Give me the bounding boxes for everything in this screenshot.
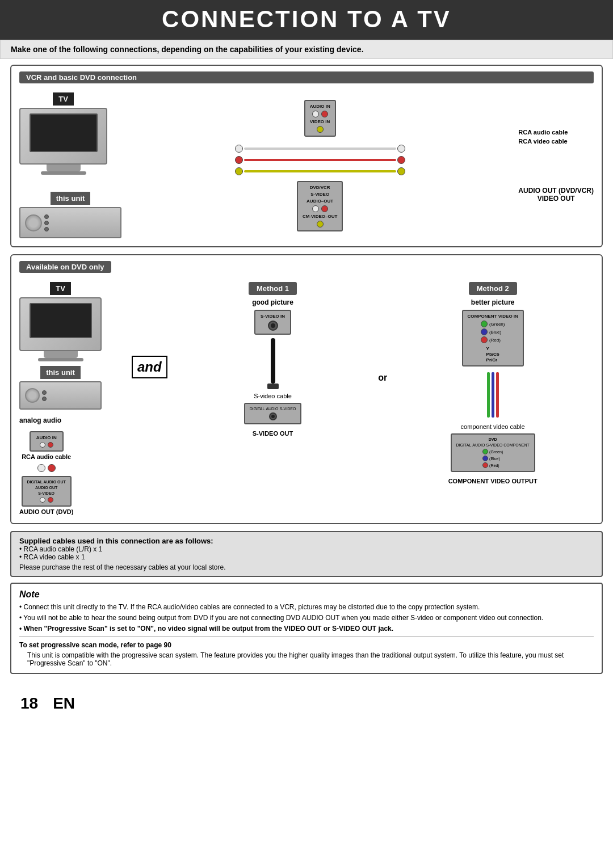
method1-col: Method 1 good picture S-VIDEO IN S- — [172, 282, 374, 437]
supplies-title: Supplied cables used in this connection … — [19, 537, 594, 545]
method-tv-stand — [44, 351, 78, 358]
dvdvcr-audio-ports — [312, 205, 328, 212]
supplies-note: Please purchase the rest of the necessar… — [19, 563, 594, 571]
comp-port-red-row: (Red) — [481, 336, 505, 343]
intro-text: Make one of the following connections, d… — [11, 45, 364, 54]
dvd-svideo-label-2: AUDIO — [266, 407, 278, 411]
vcr-right-labels: RCA audio cable RCA video cable AUDIO OU… — [518, 129, 594, 203]
method-unit-buttons — [42, 390, 47, 401]
dvd-comp-back: DVD DIGITAL AUDIO S-VIDEO COMPONENT (Gre… — [451, 433, 535, 472]
or-col: or — [373, 282, 392, 383]
cable-plug-yw-l — [235, 167, 243, 175]
svideo-cable-connector — [267, 384, 279, 389]
rca-rd-plug — [48, 464, 56, 472]
method-unit-disc — [25, 388, 40, 403]
cable-plug-yw-r — [397, 167, 405, 175]
intro-bar: Make one of the following connections, d… — [0, 40, 613, 59]
dvd-comp-green: (Green) — [489, 450, 503, 454]
dvd-comp-port-red-row: (Red) — [482, 462, 503, 468]
method-tv-ports — [40, 442, 53, 448]
cable-body-rd — [244, 159, 396, 161]
svideo-port-circle — [268, 321, 278, 331]
left-tv-col: TV this unit — [19, 282, 127, 515]
tv-back-area: AUDIO IN VIDEO IN — [304, 100, 336, 137]
cable-plug-wh-r — [397, 145, 405, 153]
svideo-cable-label: S-video cable — [254, 393, 292, 399]
cable-plug-rd-l — [235, 156, 243, 164]
page-header: CONNECTION TO A TV — [0, 0, 613, 40]
rca-video-label: RCA video cable — [518, 138, 568, 145]
dvd-comp-label-2: AUDIO — [472, 443, 485, 447]
supplies-item-2: RCA video cable x 1 — [19, 553, 594, 561]
tv-audio-ports — [312, 111, 328, 117]
method-unit-label: this unit — [40, 366, 81, 379]
unit-disc — [25, 214, 42, 231]
method-port-wh — [40, 442, 45, 448]
svideo-in-panel: S-VIDEO IN — [254, 310, 291, 335]
port-audio-r — [312, 111, 319, 117]
comp-cable-green — [487, 372, 490, 418]
component-in-label: COMPONENT VIDEO IN — [468, 314, 518, 319]
note-item-2: You will not be able to hear the sound b… — [19, 614, 594, 622]
comp-port-green-row: (Green) — [481, 321, 505, 327]
tv-device-shape — [19, 108, 107, 165]
note-item-1: Connect this unit directly to the TV. If… — [19, 603, 594, 611]
comp-cable-red — [496, 372, 499, 418]
dvd-svideo-back: DIGITAL AUDIO S-VIDEO — [244, 403, 302, 424]
dvd-comp-label-1: DIGITAL — [456, 443, 472, 447]
svideo-cable-body — [271, 338, 275, 384]
unit-label: this unit — [51, 192, 91, 205]
audio-out-label-area: AUDIO OUT (DVD/VCR) VIDEO OUT — [518, 187, 594, 203]
comp-port-red — [481, 336, 488, 343]
svideo-label: S-VIDEO — [310, 192, 329, 197]
or-label: or — [378, 373, 387, 383]
dvd-back-audio-label-3: S-VIDEO — [38, 491, 54, 495]
comp-cable-label: component video cable — [461, 423, 525, 430]
supplies-list: RCA audio cable (L/R) x 1 RCA video cabl… — [19, 545, 594, 561]
dvd-svideo-label-3: S-VIDEO — [280, 407, 296, 411]
note-list: Connect this unit directly to the TV. If… — [19, 603, 594, 633]
dvd-comp-port-red — [482, 462, 488, 468]
dvd-comp-port-blue-row: (Blue) — [482, 456, 503, 461]
dvd-comp-blue: (Blue) — [489, 457, 500, 461]
cable-plug-wh-l — [235, 145, 243, 153]
dvd-comp-port-green-row: (Green) — [482, 449, 503, 454]
rca-cable-label: RCA audio cable — [22, 453, 71, 460]
unit-btn-1 — [44, 214, 49, 219]
audio-cable-line — [235, 145, 405, 153]
svideo-out-label: S-VIDEO OUT — [253, 430, 293, 437]
svideo-in-ports — [268, 321, 278, 331]
dvd-comp-labels: DIGITAL AUDIO S-VIDEO COMPONENT — [456, 443, 530, 447]
tv-base — [41, 171, 86, 175]
page-number-row: 18 EN — [0, 685, 613, 722]
comp-green-label: (Green) — [489, 322, 505, 327]
page-suffix: EN — [53, 694, 75, 713]
method-audio-in: AUDIO IN — [36, 435, 57, 440]
method2-header: Method 2 — [469, 282, 517, 295]
rca-audio-label: RCA audio cable — [518, 129, 568, 136]
note-title: Note — [19, 589, 594, 600]
dvd-back-audio: DIGITAL AUDIO OUT AUDIO OUT S-VIDEO — [22, 476, 72, 507]
methods-outer: TV this unit — [19, 282, 594, 515]
tv-video-ports — [317, 126, 324, 133]
method1-subtitle: good picture — [252, 298, 293, 306]
method2-subtitle: better picture — [471, 298, 515, 306]
dvd-comp-label-3: S-VIDEO — [486, 443, 502, 447]
dvdvcr-video-ports — [317, 221, 324, 227]
vcr-section: VCR and basic DVD connection TV this uni… — [10, 65, 603, 247]
rca-wh-plug — [37, 464, 45, 472]
tv-video-in-label: VIDEO IN — [310, 119, 330, 124]
comp-cable-blue — [492, 372, 494, 418]
dvd-comp-label-4: COMPONENT — [503, 443, 530, 447]
comp-port-blue-row: (Blue) — [481, 328, 505, 335]
sep-line — [19, 636, 594, 637]
dvd-svideo-ports — [269, 412, 277, 420]
comp-y-label: Y — [486, 346, 499, 351]
comp-red-label: (Red) — [489, 338, 501, 343]
tv-audio-in-label: AUDIO IN — [310, 104, 330, 109]
audio-cable-line-2 — [235, 156, 405, 164]
rca-cables — [235, 145, 405, 175]
audio-out-dvd-label: AUDIO OUT (DVD) — [19, 508, 73, 515]
svideo-inner — [271, 323, 275, 328]
method-tv-shape — [19, 297, 102, 351]
